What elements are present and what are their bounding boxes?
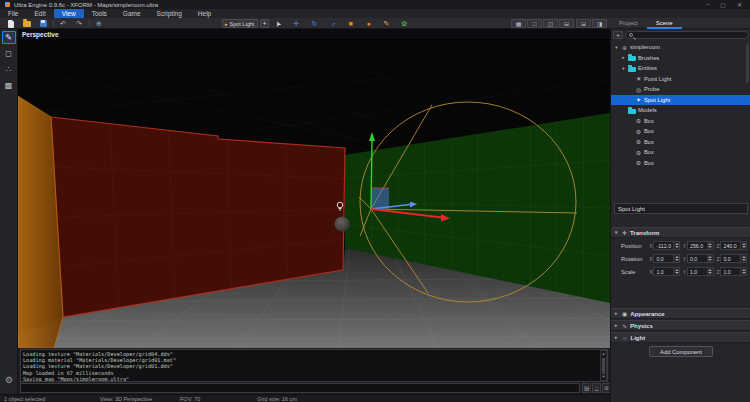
entity-type-combo[interactable]: ▸ Spot Light xyxy=(222,19,258,28)
chevron-down-icon[interactable]: ▾ xyxy=(614,45,619,50)
scrollbar-thumb[interactable] xyxy=(602,358,605,374)
tree-item-brushes[interactable]: ▸Brushes xyxy=(611,53,750,64)
spin-down-icon[interactable] xyxy=(708,259,712,261)
tree-item-point-light[interactable]: ☀Point Light xyxy=(611,74,750,85)
pen-tool[interactable]: ✎ xyxy=(382,20,391,28)
layout-split-bottom-button[interactable]: ⊟ xyxy=(559,19,574,28)
warnings-toggle[interactable]: △ xyxy=(592,383,601,393)
tree-item-models[interactable]: Models xyxy=(611,105,750,116)
scroll-down-icon[interactable]: ▼ xyxy=(601,374,606,380)
menu-scripting[interactable]: Scripting xyxy=(149,9,190,18)
spin-up-icon[interactable] xyxy=(708,243,712,245)
spinner[interactable] xyxy=(740,255,746,262)
tree-item-box[interactable]: ⚙Box xyxy=(611,147,750,158)
add-entity-button[interactable]: + xyxy=(260,19,269,28)
layout-bottom-panel-button[interactable]: ⊟ xyxy=(576,19,591,28)
settings-button[interactable]: ⚙ xyxy=(2,373,16,386)
tree-scrollbar[interactable] xyxy=(746,43,749,83)
spin-down-icon[interactable] xyxy=(708,246,712,248)
position-z-field[interactable]: 240.0 xyxy=(720,241,747,250)
gizmo-axis-y[interactable] xyxy=(371,140,372,209)
viewport-3d[interactable]: Perspective xyxy=(18,29,610,348)
console-log-toggle[interactable]: ▤ xyxy=(582,383,591,393)
menu-view[interactable]: View xyxy=(54,9,84,18)
spinner[interactable] xyxy=(707,242,713,249)
redo-button[interactable]: ↷ xyxy=(74,19,84,28)
tree-item-entities[interactable]: ▾Entities xyxy=(611,63,750,74)
spin-up-icon[interactable] xyxy=(708,256,712,258)
tree-item-simpleroom[interactable]: ▾⊕simpleroom xyxy=(611,42,750,53)
spinner[interactable] xyxy=(673,255,679,262)
scene-canvas[interactable] xyxy=(18,40,610,348)
layout-single-button[interactable]: □ xyxy=(527,19,542,28)
tree-add-button[interactable]: + xyxy=(613,31,623,39)
spin-up-icon[interactable] xyxy=(742,256,746,258)
save-map-button[interactable] xyxy=(38,19,48,28)
spin-down-icon[interactable] xyxy=(708,272,712,274)
spin-up-icon[interactable] xyxy=(675,256,679,258)
minimize-button[interactable]: – xyxy=(706,1,709,8)
tree-item-probe[interactable]: ◎Probe xyxy=(611,84,750,95)
tree-item-box[interactable]: ⚙Box xyxy=(611,116,750,127)
close-button[interactable]: ✕ xyxy=(737,1,742,8)
tree-item-box[interactable]: ⚙Box xyxy=(611,126,750,137)
rotate-tool[interactable]: ↻ xyxy=(310,20,319,28)
entity-name-field[interactable] xyxy=(614,203,748,214)
menu-edit[interactable]: Edit xyxy=(26,9,53,18)
spin-up-icon[interactable] xyxy=(675,243,679,245)
spin-down-icon[interactable] xyxy=(742,259,746,261)
spin-down-icon[interactable] xyxy=(675,259,679,261)
cube-brush-tool[interactable]: ■ xyxy=(346,20,355,27)
spin-down-icon[interactable] xyxy=(742,246,746,248)
scale-y-field[interactable]: 1.0 xyxy=(687,267,714,276)
tree-search-input[interactable] xyxy=(625,31,749,39)
brush-mode-button[interactable]: ◻ xyxy=(2,47,16,60)
console-scrollbar[interactable]: ▲ ▼ xyxy=(600,350,607,381)
tree-item-box[interactable]: ⚙Box xyxy=(611,158,750,169)
spin-up-icon[interactable] xyxy=(708,269,712,271)
spinner[interactable] xyxy=(707,255,713,262)
spin-down-icon[interactable] xyxy=(675,246,679,248)
tree-item-spot-light[interactable]: ✦Spot Light xyxy=(611,95,750,106)
position-x-field[interactable]: -112.0 xyxy=(653,241,680,250)
viewport-header[interactable]: Perspective xyxy=(18,29,610,40)
section-transform[interactable]: ▾ ✛ Transform xyxy=(611,227,750,238)
spinner[interactable] xyxy=(707,268,713,275)
vertex-mode-button[interactable]: ∴ xyxy=(2,63,16,76)
menu-file[interactable]: File xyxy=(0,9,26,18)
spin-up-icon[interactable] xyxy=(742,269,746,271)
menu-help[interactable]: Help xyxy=(190,9,219,18)
spinner[interactable] xyxy=(740,268,746,275)
rotation-y-field[interactable]: 0.0 xyxy=(687,254,714,263)
scale-tool[interactable]: ↔ xyxy=(327,18,338,29)
spin-up-icon[interactable] xyxy=(675,269,679,271)
move-tool[interactable]: ✛ xyxy=(292,20,301,28)
scale-z-field[interactable]: 1.0 xyxy=(720,267,747,276)
tree-item-box[interactable]: ⚙Box xyxy=(611,137,750,148)
open-map-button[interactable] xyxy=(22,19,32,28)
add-component-button[interactable]: Add Component xyxy=(649,346,713,357)
chevron-down-icon[interactable]: ▾ xyxy=(621,66,626,71)
console-log[interactable]: Loading texture "Materials/Developer/gri… xyxy=(20,349,608,382)
undo-button[interactable]: ↶ xyxy=(58,19,68,28)
probe-sphere[interactable] xyxy=(335,217,350,232)
menu-tools[interactable]: Tools xyxy=(84,9,115,18)
layout-quad-button[interactable]: ▦ xyxy=(511,19,526,28)
maximize-button[interactable]: ▢ xyxy=(720,1,726,8)
spin-down-icon[interactable] xyxy=(675,272,679,274)
menu-game[interactable]: Game xyxy=(115,9,149,18)
gizmo-plane-handle[interactable] xyxy=(371,188,389,209)
tab-scene[interactable]: Scene xyxy=(647,18,682,29)
tab-project[interactable]: Project xyxy=(610,18,647,29)
section-light[interactable]: ▸ ☼ Light xyxy=(611,332,750,343)
layout-split-left-button[interactable]: ◫ xyxy=(543,19,558,28)
layout-right-panel-button[interactable]: ◨ xyxy=(592,19,607,28)
rotation-z-field[interactable]: 0.0 xyxy=(720,254,747,263)
spin-up-icon[interactable] xyxy=(742,243,746,245)
texture-mode-button[interactable]: ▩ xyxy=(2,79,16,92)
spin-down-icon[interactable] xyxy=(742,272,746,274)
console-input[interactable] xyxy=(20,383,580,393)
chevron-right-icon[interactable]: ▸ xyxy=(621,55,626,60)
spinner[interactable] xyxy=(673,242,679,249)
environment-button[interactable]: ⊕ xyxy=(94,19,104,28)
